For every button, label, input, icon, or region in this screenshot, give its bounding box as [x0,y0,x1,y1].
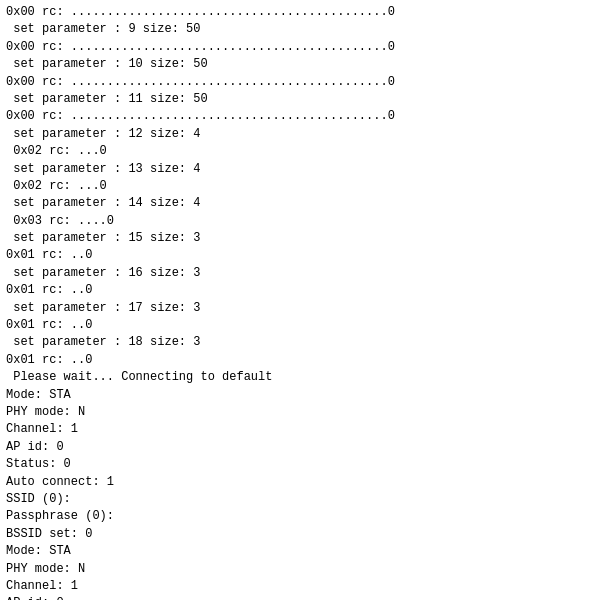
console-line: 0x02 rc: ...0 [6,143,602,160]
console-line: Mode: STA [6,543,602,560]
console-line: 0x02 rc: ...0 [6,178,602,195]
console-line: PHY mode: N [6,404,602,421]
console-line: Auto connect: 1 [6,474,602,491]
console-line: 0x01 rc: ..0 [6,317,602,334]
console-line: set parameter : 13 size: 4 [6,161,602,178]
console-line: 0x00 rc: ...............................… [6,39,602,56]
console-line: set parameter : 10 size: 50 [6,56,602,73]
console-line: 0x00 rc: ...............................… [6,108,602,125]
console-line: set parameter : 16 size: 3 [6,265,602,282]
console-line: set parameter : 9 size: 50 [6,21,602,38]
console-line: set parameter : 14 size: 4 [6,195,602,212]
console-line: set parameter : 15 size: 3 [6,230,602,247]
console-output: 0x00 rc: ...............................… [6,4,602,600]
console-line: Mode: STA [6,387,602,404]
console-line: Please wait... Connecting to default [6,369,602,386]
console-line: 0x01 rc: ..0 [6,352,602,369]
console-line: set parameter : 11 size: 50 [6,91,602,108]
console-line: Passphrase (0): [6,508,602,525]
console-line: Channel: 1 [6,421,602,438]
console-line: 0x00 rc: ...............................… [6,4,602,21]
console-line: Status: 0 [6,456,602,473]
console-line: 0x00 rc: ...............................… [6,74,602,91]
console-line: PHY mode: N [6,561,602,578]
console-line: set parameter : 18 size: 3 [6,334,602,351]
console-line: SSID (0): [6,491,602,508]
console-line: 0x01 rc: ..0 [6,247,602,264]
console-line: AP id: 0 [6,439,602,456]
console-line: AP id: 0 [6,595,602,600]
console-line: 0x01 rc: ..0 [6,282,602,299]
console-line: 0x03 rc: ....0 [6,213,602,230]
console-line: Channel: 1 [6,578,602,595]
console-line: set parameter : 12 size: 4 [6,126,602,143]
console-line: set parameter : 17 size: 3 [6,300,602,317]
console-line: BSSID set: 0 [6,526,602,543]
